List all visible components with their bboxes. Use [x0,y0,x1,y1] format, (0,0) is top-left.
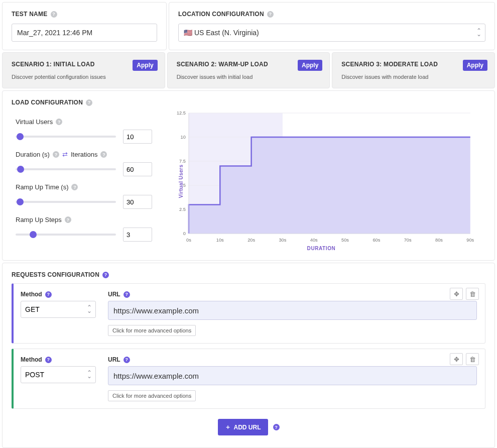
virtual-users-input[interactable] [123,130,152,144]
svg-text:7.5: 7.5 [179,159,186,164]
help-icon[interactable]: ? [45,291,52,298]
load-config-label: LOAD CONFIGURATION ? [12,99,485,106]
url-label: URL ? [108,291,477,298]
advanced-options-button[interactable]: Click for more advanced options [108,390,196,401]
help-icon[interactable]: ? [102,272,109,278]
ramp-steps-slider[interactable] [16,234,116,236]
help-icon[interactable]: ? [267,11,274,18]
request-card: ✥ 🗑 Method ? POST ⌃⌄ [12,349,485,409]
svg-text:70s: 70s [404,238,412,243]
scenario-desc: Discover issues with initial load [177,74,321,80]
apply-button[interactable]: Apply [298,60,322,71]
url-input[interactable] [108,301,477,320]
svg-text:90s: 90s [466,238,474,243]
url-label: URL ? [108,356,477,363]
apply-button[interactable]: Apply [133,60,157,71]
chart-x-axis-label: DURATION [167,246,475,251]
trash-icon[interactable]: 🗑 [466,288,479,300]
add-url-button[interactable]: ＋ ADD URL [218,419,268,435]
svg-text:10: 10 [181,135,186,140]
url-input[interactable] [108,366,477,385]
svg-text:10s: 10s [216,238,224,243]
trash-icon[interactable]: 🗑 [466,353,479,365]
location-label: LOCATION CONFIGURATION ? [178,11,485,18]
method-select[interactable]: POST [21,366,96,383]
help-icon[interactable]: ? [65,216,71,223]
apply-button[interactable]: Apply [463,60,487,71]
test-name-input[interactable] [12,24,157,42]
plus-icon: ＋ [225,423,231,431]
svg-text:5: 5 [183,183,186,188]
request-card: ✥ 🗑 Method ? GET ⌃⌄ [12,283,485,344]
test-name-label: TEST NAME ? [12,11,157,18]
scenarios-row: Apply SCENARIO 1: INITIAL LOAD Discover … [0,52,497,88]
svg-text:0s: 0s [186,238,191,243]
scenario-2: Apply SCENARIO 2: WARM-UP LOAD Discover … [167,52,330,88]
duration-slider[interactable] [16,168,116,170]
advanced-options-button[interactable]: Click for more advanced options [108,325,196,336]
ramp-time-input[interactable] [123,195,152,209]
scenario-1: Apply SCENARIO 1: INITIAL LOAD Discover … [2,52,165,88]
help-icon[interactable]: ? [45,357,52,363]
help-icon[interactable]: ? [86,99,92,106]
help-icon[interactable]: ? [71,184,78,190]
svg-text:12.5: 12.5 [177,110,186,116]
requests-config-label: REQUESTS CONFIGURATION ? [12,271,485,278]
location-select[interactable]: 🇺🇸 US East (N. Virginia) [178,24,485,42]
svg-text:80s: 80s [435,238,443,243]
virtual-users-label: Virtual Users ? [16,118,163,126]
help-icon[interactable]: ? [273,424,280,430]
svg-text:2.5: 2.5 [179,207,186,212]
ramp-steps-input[interactable] [123,228,152,242]
swap-icon[interactable]: ⇄ [62,151,68,158]
help-icon[interactable]: ? [123,357,130,363]
svg-text:20s: 20s [247,238,255,243]
virtual-users-slider[interactable] [16,136,116,138]
scenario-3: Apply SCENARIO 3: MODERATE LOAD Discover… [332,52,495,88]
duration-label: Duration (s) ? ⇄ Iterations ? [16,151,163,158]
help-icon[interactable]: ? [56,119,62,125]
svg-text:40s: 40s [310,238,318,243]
move-icon[interactable]: ✥ [450,288,463,300]
svg-text:30s: 30s [279,238,286,243]
help-icon[interactable]: ? [51,11,57,18]
svg-text:50s: 50s [341,238,349,243]
help-icon[interactable]: ? [53,151,59,158]
method-select[interactable]: GET [21,301,96,318]
method-label: Method ? [21,291,96,298]
help-icon[interactable]: ? [100,151,107,158]
svg-text:0: 0 [183,231,186,236]
duration-input[interactable] [123,162,152,176]
load-chart: 02.557.51012.50s10s20s30s40s50s60s70s80s… [167,109,475,245]
ramp-time-slider[interactable] [16,201,116,203]
ramp-steps-label: Ramp Up Steps ? [16,216,163,223]
ramp-time-label: Ramp Up Time (s) ? [16,183,163,191]
scenario-desc: Discover issues with moderate load [341,74,485,80]
svg-text:60s: 60s [372,238,380,243]
method-label: Method ? [21,356,96,363]
move-icon[interactable]: ✥ [450,353,463,365]
scenario-desc: Discover potential configuration issues [12,74,156,80]
help-icon[interactable]: ? [123,291,130,298]
